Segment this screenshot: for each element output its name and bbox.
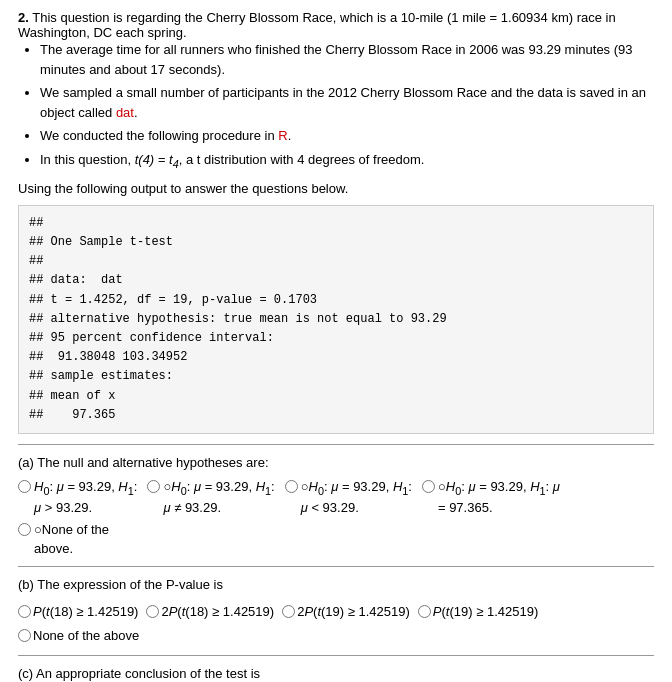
option-a2: ○H0: μ = 93.29, H1: μ ≠ 93.29.	[147, 478, 274, 517]
using-line: Using the following output to answer the…	[18, 179, 654, 199]
option-a1-line1: H0: μ = 93.29, H1:	[34, 478, 137, 499]
section-a-options: H0: μ = 93.29, H1: μ > 93.29. ○H0: μ = 9…	[18, 478, 654, 557]
bullet-1: The average time for all runners who fin…	[40, 40, 654, 79]
option-a3-line2: μ < 93.29.	[301, 499, 412, 517]
radio-b3[interactable]	[282, 605, 295, 618]
bullet-3: We conducted the following procedure in …	[40, 126, 654, 146]
section-a: (a) The null and alternative hypotheses …	[18, 444, 654, 566]
option-b4: P(t(19) ≥ 1.42519)	[418, 600, 538, 623]
bullet-2: We sampled a small number of participant…	[40, 83, 654, 122]
radio-b4[interactable]	[418, 605, 431, 618]
bullet-4: In this question, t(4) = t4, a t distrib…	[40, 150, 654, 172]
option-b3: 2P(t(19) ≥ 1.42519)	[282, 600, 410, 623]
option-a1: H0: μ = 93.29, H1: μ > 93.29.	[18, 478, 137, 517]
radio-b2[interactable]	[146, 605, 159, 618]
option-a5-line1: ○None of the	[34, 521, 109, 539]
option-b5: None of the above	[18, 624, 139, 647]
option-a2-line1: ○H0: μ = 93.29, H1:	[163, 478, 274, 499]
option-a2-line2: μ ≠ 93.29.	[163, 499, 274, 517]
question-intro: This question is regarding the Cherry Bl…	[18, 10, 616, 40]
radio-a4[interactable]	[422, 480, 435, 493]
section-b-options-row: P(t(18) ≥ 1.42519)2P(t(18) ≥ 1.42519)2P(…	[18, 600, 654, 647]
option-a3: ○H0: μ = 93.29, H1: μ < 93.29.	[285, 478, 412, 517]
option-a1-line2: μ > 93.29.	[34, 499, 137, 517]
option-a4-line1: ○H0: μ = 93.29, H1: μ	[438, 478, 560, 499]
radio-a1[interactable]	[18, 480, 31, 493]
option-a4-line2: = 97.365.	[438, 499, 560, 517]
question-number: 2.	[18, 10, 29, 25]
question-header: 2. This question is regarding the Cherry…	[18, 10, 654, 40]
dat-code: dat	[116, 105, 134, 120]
option-a5: ○None of the above.	[18, 521, 109, 557]
r-code: R	[278, 128, 287, 143]
code-block: ## ## One Sample t-test ## ## data: dat …	[18, 205, 654, 434]
section-b: (b) The expression of the P-value isP(t(…	[18, 566, 654, 655]
radio-a5[interactable]	[18, 523, 31, 536]
option-a4: ○H0: μ = 93.29, H1: μ = 97.365.	[422, 478, 560, 517]
option-a3-line1: ○H0: μ = 93.29, H1:	[301, 478, 412, 499]
section-b-label: (b) The expression of the P-value is	[18, 575, 654, 595]
option-b1: P(t(18) ≥ 1.42519)	[18, 600, 138, 623]
option-b2: 2P(t(18) ≥ 1.42519)	[146, 600, 274, 623]
section-a-label: (a) The null and alternative hypotheses …	[18, 453, 654, 473]
radio-b1[interactable]	[18, 605, 31, 618]
radio-a2[interactable]	[147, 480, 160, 493]
section-c-label: (c) An appropriate conclusion of the tes…	[18, 664, 654, 682]
formula-t4: t(4) = t4	[135, 152, 179, 167]
radio-a3[interactable]	[285, 480, 298, 493]
option-a5-line2: above.	[34, 540, 109, 558]
section-c: (c) An appropriate conclusion of the tes…	[18, 655, 654, 682]
bullet-list: The average time for all runners who fin…	[18, 40, 654, 171]
radio-b5[interactable]	[18, 629, 31, 642]
